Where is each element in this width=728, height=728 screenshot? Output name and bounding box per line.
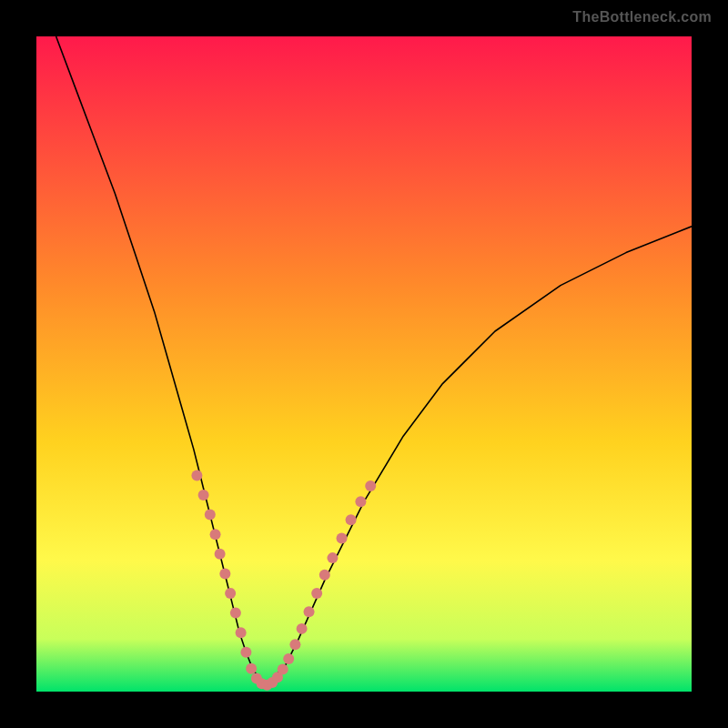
plot-area: [36, 36, 692, 692]
data-marker: [319, 570, 330, 581]
data-marker: [205, 510, 216, 521]
data-marker: [304, 606, 315, 617]
data-marker: [327, 552, 338, 563]
data-marker: [219, 568, 230, 579]
data-marker: [346, 514, 357, 525]
data-marker: [355, 496, 366, 507]
data-marker: [283, 653, 294, 664]
data-marker: [297, 623, 308, 634]
data-marker: [337, 533, 348, 544]
data-marker: [225, 588, 236, 599]
data-marker: [289, 639, 300, 650]
watermark-text: TheBottleneck.com: [572, 9, 712, 25]
chart-frame: TheBottleneck.com: [0, 0, 728, 728]
data-marker: [210, 529, 221, 540]
data-marker: [278, 664, 288, 675]
data-marker: [198, 490, 209, 500]
data-marker: [191, 470, 202, 480]
data-marker: [230, 608, 241, 619]
chart-background: [36, 36, 692, 692]
data-marker: [215, 549, 226, 560]
data-marker: [246, 663, 257, 674]
chart-svg: [36, 36, 692, 692]
data-marker: [240, 647, 251, 658]
data-marker: [365, 480, 376, 491]
data-marker: [236, 627, 247, 638]
data-marker: [311, 588, 322, 599]
